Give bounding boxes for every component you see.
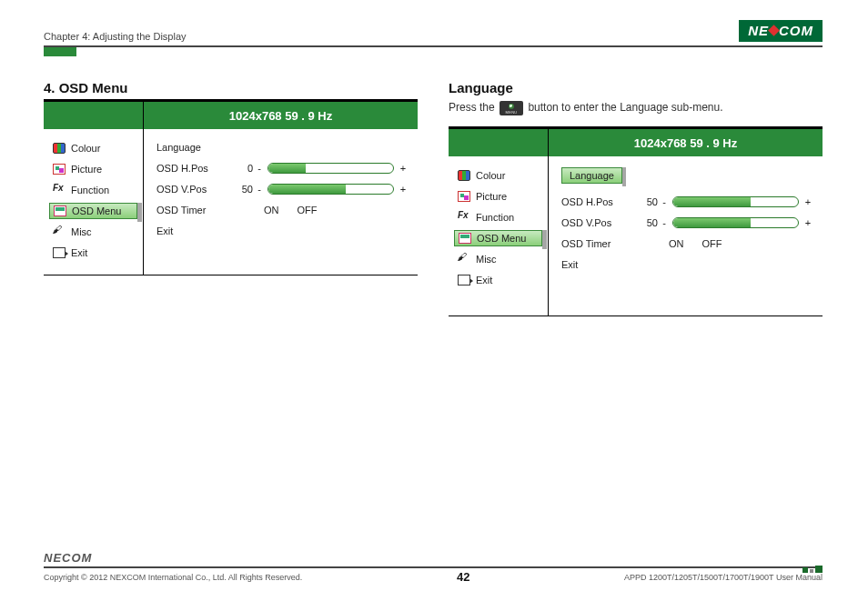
osd-vpos-value: 50 xyxy=(632,217,660,228)
brand-right: COM xyxy=(779,23,813,38)
sidebar-item-misc[interactable]: Misc xyxy=(44,224,143,240)
brand-left: NE xyxy=(748,23,769,38)
timer-on[interactable]: ON xyxy=(669,238,684,249)
minus-icon[interactable]: - xyxy=(660,217,669,228)
osd-hpos-slider[interactable] xyxy=(672,196,799,207)
item-language[interactable]: Language xyxy=(156,142,227,153)
osd-panel-left: ColourPictureFunctionOSD MenuMiscExit 10… xyxy=(44,99,418,275)
menu-button-icon xyxy=(500,101,523,115)
osd-vpos-value: 50 xyxy=(227,184,255,195)
timer-on[interactable]: ON xyxy=(264,205,279,215)
brand-diamond-icon xyxy=(768,25,780,36)
sidebar-item-exit[interactable]: Exit xyxy=(449,272,548,288)
colour-icon xyxy=(458,170,470,181)
sidebar-item-label: OSD Menu xyxy=(477,233,526,244)
brand-logo: NECOM xyxy=(739,20,823,42)
sidebar-item-label: Misc xyxy=(71,226,92,237)
sidebar-item-exit[interactable]: Exit xyxy=(44,245,143,261)
sidebar-item-function[interactable]: Function xyxy=(44,182,143,198)
minus-icon[interactable]: - xyxy=(255,184,264,195)
item-osd-hpos[interactable]: OSD H.Pos xyxy=(561,196,632,207)
plus-icon[interactable]: + xyxy=(802,196,813,207)
header-tab-accent xyxy=(44,47,76,56)
brand-left: NE xyxy=(44,551,62,565)
page-number: 42 xyxy=(457,570,469,584)
timer-off[interactable]: OFF xyxy=(702,238,722,249)
osd-banner: 1024x768 59 . 9 Hz xyxy=(549,129,823,156)
intro-pre: Press the xyxy=(449,101,495,114)
copyright: Copyright © 2012 NEXCOM International Co… xyxy=(44,573,302,582)
misc-icon xyxy=(53,226,66,237)
item-osd-hpos[interactable]: OSD H.Pos xyxy=(156,163,227,174)
osd-sidebar: ColourPictureFunctionOSD MenuMiscExit xyxy=(44,102,144,275)
language-intro: Press the button to enter the Language s… xyxy=(449,101,823,115)
item-exit[interactable]: Exit xyxy=(156,225,227,236)
osd-vpos-slider[interactable] xyxy=(267,184,394,195)
minus-icon[interactable]: - xyxy=(255,163,264,174)
osd-hpos-slider[interactable] xyxy=(267,163,394,174)
osd-vpos-slider[interactable] xyxy=(672,217,799,228)
section-title-osd-menu: 4. OSD Menu xyxy=(44,80,418,95)
sidebar-item-label: Exit xyxy=(476,275,492,285)
osd-panel-right: ColourPictureFunctionOSD MenuMiscExit 10… xyxy=(449,126,823,316)
sidebar-item-label: Function xyxy=(71,185,109,195)
sidebar-item-colour[interactable]: Colour xyxy=(44,140,143,156)
item-osd-timer[interactable]: OSD Timer xyxy=(561,238,632,249)
minus-icon[interactable]: - xyxy=(660,196,669,207)
osd-banner: 1024x768 59 . 9 Hz xyxy=(144,102,418,129)
exit-icon xyxy=(458,275,470,285)
brand-right: COM xyxy=(62,551,92,565)
sidebar-item-osd-menu[interactable]: OSD Menu xyxy=(49,203,137,219)
section-title-language: Language xyxy=(449,80,823,95)
osd-hpos-value: 50 xyxy=(632,196,660,207)
sidebar-item-picture[interactable]: Picture xyxy=(449,188,548,205)
sidebar-item-label: Picture xyxy=(71,164,102,175)
sidebar-item-label: Function xyxy=(476,212,514,223)
osd-sidebar: ColourPictureFunctionOSD MenuMiscExit xyxy=(449,129,549,316)
fn-icon xyxy=(53,185,66,195)
sidebar-item-osd-menu[interactable]: OSD Menu xyxy=(454,230,542,246)
sidebar-item-picture[interactable]: Picture xyxy=(44,161,143,177)
plus-icon[interactable]: + xyxy=(398,163,409,174)
sidebar-item-colour[interactable]: Colour xyxy=(449,167,548,184)
sidebar-item-label: Exit xyxy=(71,247,87,258)
footer-accent-icon xyxy=(802,566,823,573)
sidebar-item-label: OSD Menu xyxy=(72,205,121,216)
exit-icon xyxy=(53,247,66,258)
item-osd-timer[interactable]: OSD Timer xyxy=(156,205,227,215)
misc-icon xyxy=(458,254,470,265)
sidebar-item-label: Picture xyxy=(476,191,507,202)
item-exit[interactable]: Exit xyxy=(561,259,632,270)
fn-icon xyxy=(458,212,470,223)
plus-icon[interactable]: + xyxy=(398,184,409,195)
chapter-title: Chapter 4: Adjusting the Display xyxy=(44,31,187,42)
sidebar-item-misc[interactable]: Misc xyxy=(449,251,548,267)
sidebar-item-label: Misc xyxy=(476,254,497,265)
sidebar-item-function[interactable]: Function xyxy=(449,209,548,225)
doc-title: APPD 1200T/1205T/1500T/1700T/1900T User … xyxy=(624,573,823,582)
picture-icon xyxy=(53,164,66,175)
item-osd-vpos[interactable]: OSD V.Pos xyxy=(156,184,227,195)
osd-icon xyxy=(54,205,66,216)
osd-hpos-value: 0 xyxy=(227,163,255,174)
timer-off[interactable]: OFF xyxy=(298,205,318,215)
footer-logo: NECOM xyxy=(44,551,823,565)
sidebar-item-label: Colour xyxy=(71,143,100,154)
item-osd-vpos[interactable]: OSD V.Pos xyxy=(561,217,632,228)
plus-icon[interactable]: + xyxy=(802,217,813,228)
item-language-selected[interactable]: Language xyxy=(561,167,622,184)
sidebar-item-label: Colour xyxy=(476,170,505,181)
colour-icon xyxy=(53,143,66,154)
intro-post: button to enter the Language sub-menu. xyxy=(528,101,722,114)
picture-icon xyxy=(458,191,470,202)
osd-icon xyxy=(459,233,471,244)
